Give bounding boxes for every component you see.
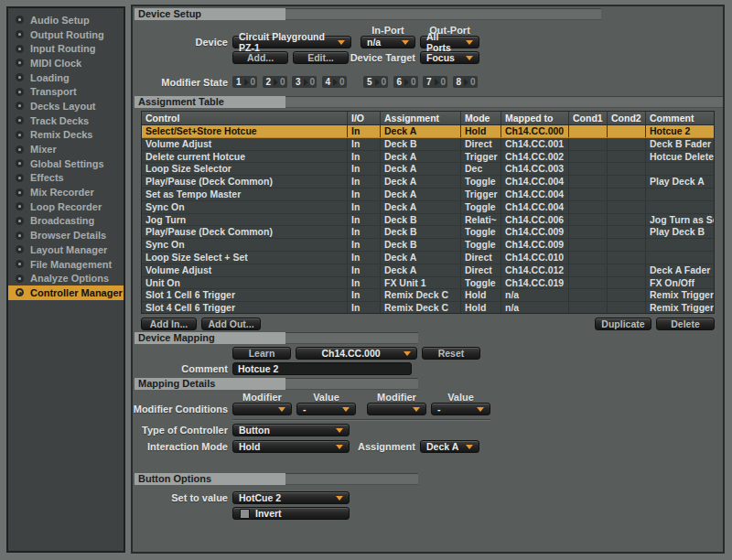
cell-control: Select/Set+Store Hotcue	[142, 125, 347, 137]
modifier-column-label-2: Modifier	[367, 392, 426, 403]
sidebar-item-mixer[interactable]: Mixer	[8, 142, 124, 156]
cell-cond1	[568, 188, 607, 200]
sidebar-item-browser-details[interactable]: Browser Details	[8, 228, 124, 242]
modifier-state-7[interactable]: 70	[423, 76, 447, 88]
cell-mode: Toggle	[460, 277, 501, 289]
in-port-select[interactable]: n/a	[361, 36, 415, 48]
table-row[interactable]: Slot 4 Cell 6 TriggerInRemix Deck CHoldn…	[142, 302, 714, 314]
set-to-value-select[interactable]: HotCue 2	[232, 491, 350, 504]
cell-assignment: Deck B	[380, 239, 460, 251]
sidebar-item-loop-recorder[interactable]: Loop Recorder	[8, 199, 124, 214]
learn-button[interactable]: Learn	[232, 347, 291, 360]
cell-io: In	[347, 264, 380, 276]
cell-io: In	[347, 289, 380, 301]
add-device-button[interactable]: Add...	[232, 51, 288, 64]
column-header-mode[interactable]: Mode	[460, 112, 501, 124]
sidebar-item-decks-layout[interactable]: Decks Layout	[8, 99, 124, 113]
invert-checkbox[interactable]	[240, 509, 250, 519]
sidebar-item-input-routing[interactable]: Input Routing	[8, 41, 124, 56]
column-header-assignment[interactable]: Assignment	[380, 112, 460, 124]
table-row[interactable]: Unit OnInFX Unit 1ToggleCh14.CC.019FX On…	[142, 277, 714, 290]
table-row[interactable]: Loop Size SelectorInDeck ADecCh14.CC.003	[142, 163, 714, 176]
value2-select[interactable]: -	[431, 403, 490, 415]
edit-device-button[interactable]: Edit...	[293, 51, 349, 64]
modifier-state-1[interactable]: 10	[232, 76, 257, 88]
cell-cond2	[607, 226, 645, 238]
radio-bullet-icon	[16, 232, 24, 240]
column-header-cond1[interactable]: Cond1	[568, 112, 607, 124]
sidebar-item-analyze-options[interactable]: Analyze Options	[8, 271, 124, 285]
column-header-control[interactable]: Control	[142, 112, 347, 124]
interaction-mode-select[interactable]: Hold	[232, 440, 350, 453]
type-of-controller-select[interactable]: Button	[232, 424, 350, 436]
radio-bullet-icon	[16, 288, 24, 296]
modifier-state-8[interactable]: 80	[453, 76, 478, 88]
modifier-state-5[interactable]: 50	[363, 76, 388, 88]
cell-assignment: Deck A	[380, 163, 460, 175]
sidebar-item-broadcasting[interactable]: Broadcasting	[8, 214, 124, 229]
table-row[interactable]: Play/Pause (Deck Common)InDeck AToggleCh…	[142, 176, 714, 188]
table-header-row: Control I/O Assignment Mode Mapped to Co…	[142, 112, 714, 125]
sidebar-item-midi-clock[interactable]: MIDI Clock	[8, 56, 124, 70]
chevron-down-icon	[336, 445, 343, 449]
modifier-state-group: 1020304050607080	[232, 76, 478, 88]
modifier1-select[interactable]	[232, 403, 292, 415]
sidebar-item-effects[interactable]: Effects	[8, 171, 124, 186]
table-row[interactable]: Sync OnInDeck BToggleCh14.CC.009	[142, 239, 714, 252]
column-header-mapped-to[interactable]: Mapped to	[501, 112, 568, 124]
comment-input[interactable]: Hotcue 2	[232, 362, 412, 375]
cell-cond2	[607, 188, 645, 200]
modifier-state-3[interactable]: 30	[292, 76, 317, 88]
table-row[interactable]: Play/Pause (Deck Common)InDeck BToggleCh…	[142, 226, 714, 239]
sidebar-item-remix-decks[interactable]: Remix Decks	[8, 128, 124, 143]
modifier-state-4[interactable]: 40	[322, 76, 347, 88]
modifier-state-2[interactable]: 20	[263, 76, 287, 88]
sidebar-item-track-decks[interactable]: Track Decks	[8, 113, 124, 128]
column-header-io[interactable]: I/O	[347, 112, 380, 124]
sidebar-item-loading[interactable]: Loading	[8, 70, 124, 85]
sidebar-item-transport[interactable]: Transport	[8, 84, 124, 99]
device-target-select[interactable]: Focus	[420, 51, 479, 64]
sidebar-item-file-management[interactable]: File Management	[8, 257, 124, 272]
cell-cond1	[568, 163, 607, 175]
table-row[interactable]: Select/Set+Store HotcueInDeck AHoldCh14.…	[142, 125, 714, 138]
cell-mapped-to: Ch14.CC.004	[501, 201, 568, 213]
cell-control: Set as Tempo Master	[142, 188, 347, 200]
column-header-comment[interactable]: Comment	[645, 112, 714, 124]
table-row[interactable]: Slot 1 Cell 6 TriggerInRemix Deck CHoldn…	[142, 289, 714, 302]
table-row[interactable]: Volume AdjustInDeck BDirectCh14.CC.001De…	[142, 138, 714, 151]
modifier-state-6[interactable]: 60	[393, 76, 418, 88]
radio-bullet-icon	[16, 202, 24, 210]
table-row[interactable]: Set as Tempo MasterInDeck ATriggerCh14.C…	[142, 188, 714, 201]
midi-mapping-select[interactable]: Ch14.CC.000	[296, 347, 417, 360]
column-header-cond2[interactable]: Cond2	[607, 112, 645, 124]
table-row[interactable]: Loop Size Select + SetInDeck ADirectCh14…	[142, 252, 714, 264]
reset-button[interactable]: Reset	[422, 347, 480, 360]
sidebar-item-global-settings[interactable]: Global Settings	[8, 156, 124, 171]
sidebar-item-mix-recorder[interactable]: Mix Recorder	[8, 185, 124, 199]
chevron-down-icon	[466, 445, 473, 449]
add-out-button[interactable]: Add Out...	[201, 318, 261, 330]
sidebar-item-output-routing[interactable]: Output Routing	[8, 27, 124, 42]
table-row[interactable]: Sync OnInDeck AToggleCh14.CC.004	[142, 201, 714, 214]
table-row[interactable]: Volume AdjustInDeck ADirectCh14.CC.012De…	[142, 264, 714, 277]
cell-mapped-to: n/a	[501, 302, 568, 314]
value1-select[interactable]: -	[296, 403, 356, 415]
cell-mode: Toggle	[460, 176, 501, 188]
chevron-down-icon	[278, 407, 285, 412]
cell-mapped-to: Ch14.CC.004	[501, 176, 568, 188]
assignment-select[interactable]: Deck A	[420, 440, 479, 453]
sidebar-item-controller-manager[interactable]: Controller Manager	[8, 285, 124, 300]
device-select[interactable]: Circuit Playground PZ-1	[232, 36, 351, 48]
table-row[interactable]: Delete current HotcueInDeck ATriggerCh14…	[142, 151, 714, 164]
sidebar-item-layout-manager[interactable]: Layout Manager	[8, 242, 124, 257]
add-in-button[interactable]: Add In...	[141, 318, 197, 330]
duplicate-button[interactable]: Duplicate	[595, 318, 651, 330]
invert-toggle[interactable]: Invert	[232, 507, 350, 520]
cell-mapped-to: Ch14.CC.002	[501, 151, 568, 163]
out-port-select[interactable]: All Ports	[420, 36, 479, 48]
delete-button[interactable]: Delete	[656, 318, 715, 330]
modifier2-select[interactable]	[367, 403, 426, 415]
sidebar-item-audio-setup[interactable]: Audio Setup	[8, 13, 124, 27]
table-row[interactable]: Jog TurnInDeck BRelati~Ch14.CC.006Jog Tu…	[142, 214, 714, 227]
